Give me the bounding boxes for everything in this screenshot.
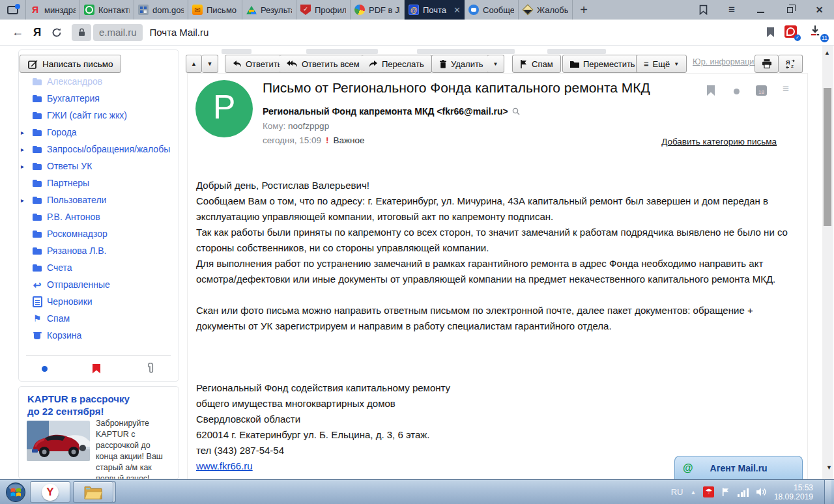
scrollbar-thumb[interactable]	[824, 88, 831, 226]
add-category-link[interactable]: Добавить категорию письма	[661, 137, 777, 147]
folder-item[interactable]: ▸ Александров	[20, 73, 178, 90]
folder-item[interactable]: ▸ Черновики	[20, 293, 178, 310]
ad-title-line2[interactable]: до 22 сентября!	[27, 405, 170, 417]
window-minimize-button[interactable]	[746, 0, 775, 20]
expand-arrow-icon[interactable]: ▸	[21, 163, 27, 170]
folder-item[interactable]: ▸ Запросы/обращения/жалобы	[20, 141, 178, 158]
folder-icon	[570, 61, 579, 68]
browser-tab[interactable]: Профиль ✕	[296, 0, 351, 20]
reply-all-button[interactable]: Ответить всем	[280, 55, 367, 73]
folder-item[interactable]: ▸ ГЖИ (сайт гис жкх)	[20, 107, 178, 124]
refresh-button[interactable]	[47, 23, 66, 42]
message-menu-icon[interactable]: ≡	[783, 83, 789, 94]
folder-item[interactable]: ▸ Р.В. Антонов	[20, 208, 178, 225]
tray-expand-icon[interactable]: ▲	[691, 489, 697, 496]
legal-info-link[interactable]: Юр. информация	[693, 57, 758, 66]
folder-item[interactable]: ▸ Партнеры	[20, 175, 178, 191]
compose-button[interactable]: Написать письмо	[20, 55, 121, 73]
ad-title-line1[interactable]: KAPTUR в рассрочку	[27, 393, 170, 405]
taskbar-yandex-browser[interactable]: Y	[30, 481, 70, 503]
calendar-icon[interactable]: 18	[756, 85, 767, 96]
folder-item[interactable]: ▸ Корзина	[20, 327, 178, 344]
start-button[interactable]	[4, 481, 27, 504]
browser-menu-button[interactable]: ≡	[717, 0, 746, 20]
scroll-up-icon[interactable]: ▲	[824, 49, 830, 56]
more-button[interactable]: ≡ Ещё ▼	[636, 55, 687, 73]
bookmarks-panel-button[interactable]	[689, 0, 717, 20]
volume-icon[interactable]	[756, 487, 767, 497]
signature-line: 620014 г. Екатеринбург ул. Б. Ельцина, д…	[196, 427, 794, 443]
to-value[interactable]: noofzppgp	[288, 121, 329, 131]
trash-icon	[439, 60, 447, 68]
expand-arrow-icon[interactable]: ▸	[21, 146, 27, 153]
folder-icon	[32, 262, 42, 273]
ad-car-image[interactable]	[27, 421, 90, 461]
flag-message-icon[interactable]	[707, 85, 715, 96]
yandex-logo-icon[interactable]: Я	[27, 26, 47, 39]
folder-item[interactable]: ▸ Города	[20, 124, 178, 141]
add-bookmark-icon[interactable]	[767, 27, 774, 37]
taskbar-explorer[interactable]	[73, 481, 113, 503]
window-restore-button[interactable]	[775, 0, 805, 20]
spam-button[interactable]: Спам	[512, 55, 561, 73]
sender-name[interactable]: Региональный Фонд капремонта МКД <fkr66@…	[263, 106, 508, 117]
expand-arrow-icon[interactable]: ▸	[21, 129, 27, 136]
folder-item[interactable]: ▸ Счета	[20, 259, 178, 276]
browser-tab[interactable]: Почта ✕	[405, 0, 465, 20]
browser-tabbar: минздра ✕ Контакть ✕ dom.gos ✕ П	[0, 0, 834, 20]
folder-item[interactable]: ▸ Ответы УК	[20, 158, 178, 175]
site-security-chip[interactable]	[72, 24, 91, 41]
browser-tab[interactable]: dom.gos ✕	[134, 0, 188, 20]
browser-tab[interactable]: Сообщен ✕	[465, 0, 519, 20]
folder-item[interactable]: ▸ Бухгалтерия	[20, 90, 178, 107]
yandex-browser-icon: Y	[42, 484, 59, 501]
new-tab-button[interactable]: +	[573, 0, 595, 20]
translate-button[interactable]: Яz	[779, 55, 803, 73]
ad-text[interactable]: Забронируйте KAPTUR с рассрочкой до конц…	[96, 418, 174, 479]
browser-tab[interactable]: Контакть ✕	[80, 0, 134, 20]
window-close-button[interactable]: ✕	[805, 0, 834, 20]
browser-tab[interactable]: Жалобы ✕	[519, 0, 573, 20]
downloads-button[interactable]: 11	[809, 25, 826, 40]
search-sender-icon[interactable]	[512, 107, 520, 115]
folder-item[interactable]: ▸ Рязанова Л.В.	[20, 242, 178, 259]
folder-item[interactable]: ▸ Роскомнадзор	[20, 225, 178, 242]
browser-tab[interactable]: PDF в JP ✕	[351, 0, 405, 20]
print-button[interactable]	[755, 55, 779, 73]
folder-icon	[32, 161, 42, 171]
folder-item[interactable]: ▸ Спам	[20, 310, 178, 327]
show-desktop-button[interactable]	[824, 480, 831, 504]
delete-button[interactable]: Удалить	[431, 55, 491, 73]
unread-toggle-icon[interactable]	[734, 89, 740, 94]
back-button[interactable]: ←	[8, 23, 27, 42]
expand-arrow-icon[interactable]: ▸	[21, 197, 27, 204]
folder-icon	[32, 229, 42, 239]
browser-tab[interactable]: Результа ✕	[242, 0, 296, 20]
language-indicator[interactable]: RU	[671, 487, 683, 497]
unread-filter-icon[interactable]	[42, 366, 48, 372]
page-scrollbar[interactable]: ▲ ▼	[822, 46, 833, 479]
pdf-extension-button[interactable]: ✓	[784, 25, 799, 40]
folder-item[interactable]: ▸ Пользователи	[20, 191, 178, 208]
next-message-button[interactable]: ▼	[202, 55, 218, 73]
taskbar-clock[interactable]: 15:53 18.09.2019	[774, 483, 817, 501]
url-host[interactable]: e.mail.ru	[93, 24, 143, 41]
ad-block[interactable]: KAPTUR в рассрочку до 22 сентября!	[18, 386, 179, 479]
prev-message-button[interactable]: ▲	[186, 55, 202, 73]
browser-tab[interactable]: минздра ✕	[26, 0, 80, 20]
action-center-flag-icon[interactable]	[721, 487, 730, 497]
network-signal-icon[interactable]	[738, 488, 749, 497]
avira-tray-icon[interactable]: ☂	[703, 486, 714, 497]
tabs-panel-button[interactable]	[0, 0, 26, 20]
scroll-down-icon[interactable]: ▼	[826, 464, 832, 471]
browser-tab[interactable]: Письмо ✕	[188, 0, 242, 20]
tab-close-icon[interactable]: ✕	[452, 5, 461, 15]
delete-options-button[interactable]: ▼	[487, 55, 504, 73]
forward-button[interactable]: Переслать	[362, 55, 432, 73]
signature-site-link[interactable]: www.fkr66.ru	[196, 460, 253, 471]
attachment-filter-icon[interactable]	[145, 363, 156, 374]
flagged-filter-icon[interactable]	[93, 364, 100, 374]
folder-item[interactable]: ▸ Отправленные	[20, 276, 178, 293]
mailru-agent-popup[interactable]: @ Агент Mail.ru	[674, 456, 803, 479]
url-page-title[interactable]: Почта Mail.ru	[150, 27, 767, 38]
